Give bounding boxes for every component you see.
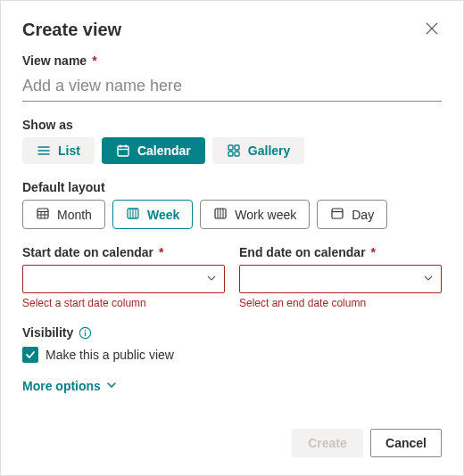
- show-as-calendar[interactable]: Calendar: [102, 137, 205, 164]
- start-date-label: Start date on calendar *: [22, 245, 225, 259]
- end-date-label-text: End date on calendar: [239, 245, 366, 259]
- chevron-down-icon: [423, 272, 434, 286]
- show-as-list[interactable]: List: [22, 137, 95, 164]
- view-name-label: View name *: [22, 53, 442, 68]
- svg-rect-0: [118, 146, 128, 156]
- show-as-label: Show as: [22, 118, 442, 132]
- month-icon: [36, 206, 50, 223]
- svg-rect-8: [332, 209, 343, 218]
- layout-week[interactable]: Week: [112, 200, 193, 229]
- gallery-icon: [227, 144, 241, 158]
- default-layout-options: Month Week Work week Day: [22, 200, 442, 229]
- layout-workweek[interactable]: Work week: [200, 200, 310, 229]
- close-button[interactable]: [422, 19, 442, 41]
- dialog-header: Create view: [22, 19, 442, 41]
- end-date-label: End date on calendar *: [239, 245, 442, 259]
- view-name-input[interactable]: [22, 73, 442, 102]
- more-options-toggle[interactable]: More options: [22, 379, 117, 393]
- show-as-options: List Calendar Gallery: [22, 137, 442, 164]
- visibility-label-text: Visibility: [22, 325, 73, 340]
- layout-workweek-label: Work week: [235, 208, 296, 222]
- show-as-section: Show as List Calendar Gallery: [22, 118, 442, 164]
- svg-rect-4: [235, 152, 239, 156]
- layout-week-label: Week: [147, 208, 179, 222]
- start-date-column: Start date on calendar * Select a start …: [22, 245, 225, 309]
- dialog-title: Create view: [22, 20, 121, 40]
- default-layout-label: Default layout: [22, 180, 442, 194]
- public-view-label: Make this a public view: [46, 348, 174, 362]
- required-asterisk: *: [159, 245, 163, 259]
- week-icon: [126, 206, 140, 223]
- info-icon[interactable]: [79, 326, 92, 340]
- public-view-row: Make this a public view: [22, 347, 442, 363]
- day-icon: [330, 206, 344, 223]
- show-as-calendar-label: Calendar: [137, 144, 191, 158]
- date-columns-row: Start date on calendar * Select a start …: [22, 245, 442, 309]
- create-view-dialog: Create view View name * Show as List: [0, 0, 464, 476]
- svg-rect-1: [228, 145, 233, 150]
- view-name-section: View name *: [22, 53, 442, 102]
- svg-rect-2: [235, 145, 239, 150]
- show-as-gallery-label: Gallery: [248, 144, 290, 158]
- workweek-icon: [213, 206, 228, 223]
- calendar-icon: [116, 144, 130, 158]
- show-as-gallery[interactable]: Gallery: [212, 137, 304, 164]
- check-icon: [25, 349, 36, 360]
- default-layout-section: Default layout Month Week Work week: [22, 180, 442, 229]
- start-date-label-text: Start date on calendar: [22, 245, 153, 259]
- view-name-label-text: View name: [22, 53, 87, 68]
- public-view-checkbox[interactable]: [22, 347, 38, 363]
- chevron-down-icon: [206, 272, 217, 286]
- layout-month[interactable]: Month: [22, 200, 105, 229]
- svg-rect-3: [228, 152, 233, 156]
- layout-month-label: Month: [57, 208, 92, 222]
- show-as-list-label: List: [58, 144, 80, 158]
- cancel-button[interactable]: Cancel: [370, 429, 442, 457]
- list-icon: [37, 144, 51, 158]
- layout-day[interactable]: Day: [317, 200, 387, 229]
- end-date-error: Select an end date column: [239, 297, 442, 309]
- end-date-column: End date on calendar * Select an end dat…: [239, 245, 442, 309]
- visibility-label: Visibility: [22, 325, 442, 340]
- start-date-error: Select a start date column: [22, 297, 225, 309]
- svg-rect-5: [37, 209, 48, 218]
- required-asterisk: *: [92, 53, 96, 68]
- svg-point-10: [85, 329, 87, 331]
- svg-rect-11: [85, 332, 86, 336]
- visibility-section: Visibility Make this a public view: [22, 325, 442, 363]
- required-asterisk: *: [371, 245, 376, 259]
- start-date-dropdown[interactable]: [22, 265, 225, 293]
- more-options-label: More options: [22, 379, 101, 393]
- dialog-footer: Create Cancel: [292, 429, 442, 457]
- end-date-dropdown[interactable]: [239, 265, 442, 293]
- close-icon: [426, 24, 438, 37]
- create-button[interactable]: Create: [292, 429, 363, 457]
- layout-day-label: Day: [352, 208, 374, 222]
- chevron-down-icon: [106, 379, 117, 393]
